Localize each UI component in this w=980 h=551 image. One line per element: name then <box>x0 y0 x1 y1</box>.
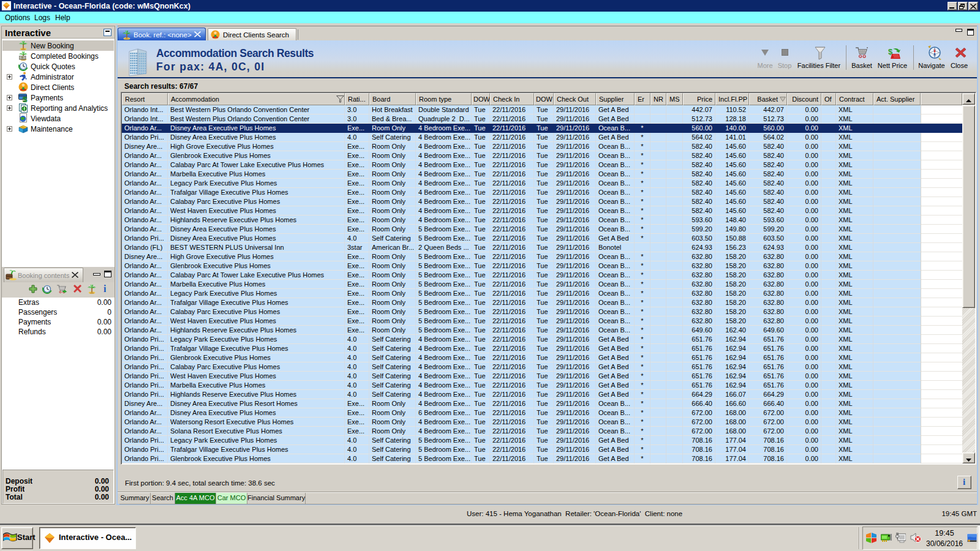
svg-text:$: $ <box>23 95 28 103</box>
